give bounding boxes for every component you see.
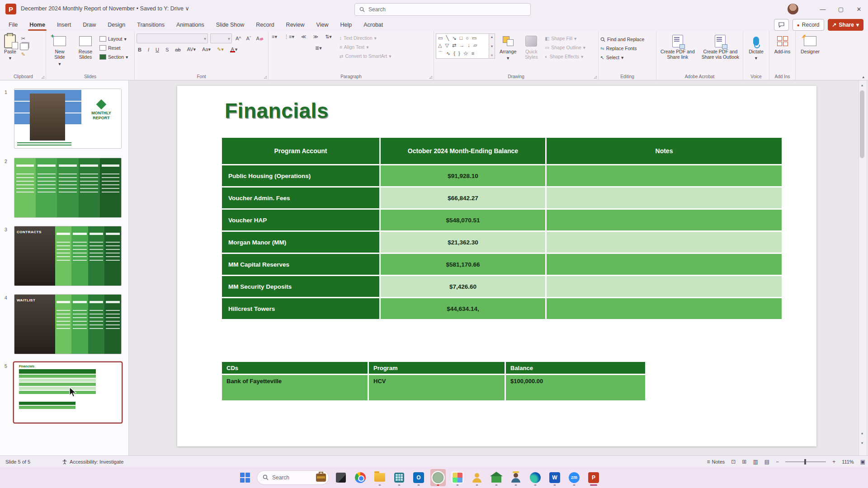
account-cell[interactable]: Public Housing (Operations) <box>222 165 379 186</box>
highlight-color-button[interactable]: ✎▾ <box>216 46 225 53</box>
line-spacing-button[interactable]: ⇅▾ <box>324 33 333 40</box>
taskbar-app-edge[interactable] <box>528 469 543 486</box>
slide-thumbnail-5-selected[interactable]: Financials <box>14 362 122 422</box>
notes-cell[interactable] <box>547 254 782 275</box>
taskbar-app-zoom[interactable]: zm <box>566 469 582 486</box>
tab-insert[interactable]: Insert <box>51 18 77 31</box>
comments-button[interactable] <box>774 19 789 31</box>
notes-cell[interactable] <box>547 210 782 230</box>
designer-button[interactable]: Designer <box>797 33 823 55</box>
header-balance[interactable]: October 2024 Month-Ending Balance <box>381 138 545 164</box>
bullets-button[interactable]: ≡▾ <box>270 33 278 40</box>
fit-slide-button[interactable]: ▣ <box>860 459 865 465</box>
zoom-level[interactable]: 111% <box>842 459 854 465</box>
font-color-button[interactable]: A▾ <box>229 46 239 53</box>
italic-button[interactable]: I <box>146 47 151 53</box>
text-direction-button[interactable]: ↕Text Direction▾ <box>340 34 392 42</box>
shape-effects-button[interactable]: ◐Shape Effects▾ <box>545 52 585 61</box>
font-dialog-launcher[interactable]: ◿ <box>264 75 267 79</box>
notes-toggle-button[interactable]: ≡Notes <box>707 459 725 465</box>
scrollbar-thumb[interactable] <box>860 90 864 158</box>
notes-cell[interactable] <box>547 276 782 297</box>
tab-slide-show[interactable]: Slide Show <box>210 18 250 31</box>
character-spacing-button[interactable]: AV▾ <box>186 46 197 53</box>
slide-sorter-view-button[interactable]: ⊞ <box>742 459 746 465</box>
tab-animations[interactable]: Animations <box>170 18 210 31</box>
account-cell[interactable]: Hillcrest Towers <box>222 298 379 319</box>
convert-to-smartart-button[interactable]: ⇄Convert to SmartArt▾ <box>340 52 392 60</box>
slide-thumbnail-4[interactable]: WAITLIST <box>14 294 122 354</box>
align-text-button[interactable]: ≡Align Text▾ <box>340 43 392 51</box>
shapes-gallery-scroll[interactable]: ▴ ▾ ≡ <box>489 33 495 59</box>
notes-cell[interactable] <box>547 298 782 319</box>
select-button[interactable]: ↖Select▾ <box>600 53 654 61</box>
taskbar-app-chrome[interactable] <box>353 469 368 486</box>
clipboard-dialog-launcher[interactable]: ◿ <box>42 75 44 79</box>
maximize-button[interactable]: ▢ <box>832 0 850 18</box>
program-cell[interactable]: HCV <box>369 375 505 400</box>
increase-font-size-button[interactable]: A^ <box>234 35 243 42</box>
balance-cell[interactable]: $91,928.10 <box>381 165 545 186</box>
dictate-button[interactable]: Dictate ▾ <box>745 33 767 62</box>
section-button[interactable]: Section▾ <box>99 53 128 61</box>
clear-formatting-button[interactable]: A <box>255 35 264 42</box>
format-painter-button[interactable]: ✎ <box>20 51 28 58</box>
reset-button[interactable]: Reset <box>99 44 128 52</box>
header-cds[interactable]: CDs <box>222 362 368 374</box>
font-name-combo[interactable]: ▾ <box>137 33 208 43</box>
tab-view[interactable]: View <box>311 18 335 31</box>
zoom-in-button[interactable]: + <box>832 459 835 465</box>
tab-review[interactable]: Review <box>280 18 311 31</box>
next-slide-button[interactable]: ▾ <box>859 439 866 446</box>
create-pdf-share-link-button[interactable]: Create PDF and Share link <box>658 33 697 61</box>
tab-transitions[interactable]: Transitions <box>131 18 170 31</box>
collapse-ribbon-chevron[interactable]: ▴ <box>862 75 864 79</box>
slideshow-button[interactable]: ▤ <box>764 459 769 465</box>
tab-acrobat[interactable]: Acrobat <box>358 18 389 31</box>
addins-button[interactable]: Add-ins <box>771 33 793 55</box>
numbering-button[interactable]: ⋮≡▾ <box>283 33 296 40</box>
tab-record[interactable]: Record <box>250 18 280 31</box>
share-button[interactable]: ↗ Share ▾ <box>828 19 863 31</box>
increase-indent-button[interactable]: ≫ <box>311 33 320 40</box>
find-and-replace-button[interactable]: Find and Replace <box>600 35 654 43</box>
slide-thumbnail-2[interactable] <box>14 158 122 218</box>
account-cell[interactable]: Voucher Admin. Fees <box>222 188 379 208</box>
header-notes[interactable]: Notes <box>547 138 782 164</box>
paste-button[interactable]: Paste ▾ <box>3 33 18 62</box>
taskbar-app-profile[interactable] <box>508 469 524 486</box>
columns-button[interactable]: ≣▾ <box>314 45 323 52</box>
taskbar-app-file-explorer[interactable] <box>372 469 387 486</box>
decrease-font-size-button[interactable]: Aˇ <box>245 35 253 42</box>
tab-file[interactable]: File <box>3 18 24 31</box>
taskbar-app-desktop[interactable] <box>333 469 349 486</box>
slide-thumbnail-3[interactable]: CONTRACTS <box>14 226 122 286</box>
taskbar-app-outlook[interactable]: O <box>411 469 426 486</box>
account-cell[interactable]: MM Security Deposits <box>222 276 379 297</box>
balance-cell[interactable]: $21,362.30 <box>381 232 545 253</box>
accessibility-status[interactable]: Accessibility: Investigate <box>62 459 123 465</box>
create-pdf-share-outlook-button[interactable]: Create PDF and Share via Outlook <box>700 33 741 61</box>
new-slide-button[interactable]: New Slide ▾ <box>48 33 71 67</box>
tab-home[interactable]: Home <box>24 18 51 31</box>
notes-cell[interactable] <box>547 165 782 186</box>
header-program[interactable]: Program <box>369 362 505 374</box>
drawing-dialog-launcher[interactable]: ◿ <box>594 75 597 79</box>
taskbar-app-word[interactable]: W <box>547 469 562 486</box>
replace-fonts-button[interactable]: ⇋Replace Fonts <box>600 44 654 52</box>
balance-cell[interactable]: $548,070.51 <box>381 210 545 230</box>
text-shadow-button[interactable]: S <box>164 47 170 53</box>
notes-cell[interactable] <box>547 232 782 253</box>
bold-button[interactable]: B <box>137 47 143 53</box>
zoom-out-button[interactable]: − <box>776 459 779 465</box>
slide-title[interactable]: Financials <box>225 99 329 123</box>
slide-thumbnail-1[interactable]: MONTHLY REPORT <box>14 89 122 149</box>
reading-view-button[interactable]: ▥ <box>753 459 758 465</box>
titlebar-search-box[interactable]: Search <box>354 3 531 16</box>
decrease-indent-button[interactable]: ≪ <box>300 33 308 40</box>
font-size-combo[interactable]: ▾ <box>210 33 232 43</box>
header-balance[interactable]: Balance <box>506 362 645 374</box>
zoom-slider-knob[interactable] <box>804 459 806 465</box>
balance-cell[interactable]: $44,634.14, <box>381 298 545 319</box>
layout-button[interactable]: Layout▾ <box>99 35 128 43</box>
